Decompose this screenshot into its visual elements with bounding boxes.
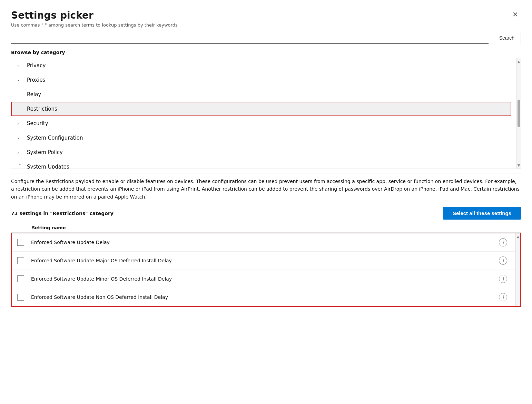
sidebar-item-relay[interactable]: Relay (11, 87, 511, 102)
setting-name-column-header: Setting name (32, 225, 66, 230)
sidebar-item-label: System Configuration (27, 135, 83, 141)
table-row: Enforced Software Update Major OS Deferr… (12, 252, 515, 270)
list-scroll-up-arrow[interactable]: ▲ (516, 234, 520, 239)
chevron-right-icon: › (17, 150, 23, 155)
category-description: Configure the Restrictions payload to en… (11, 178, 521, 201)
chevron-down-icon: › (18, 164, 23, 169)
info-icon-s1[interactable]: i (499, 238, 507, 246)
dialog-title: Settings picker (11, 10, 93, 21)
sidebar-item-label: Relay (27, 91, 41, 98)
sidebar-item-label: Restrictions (27, 106, 57, 112)
settings-count-label: 73 settings in "Restrictions" category (11, 211, 114, 216)
category-list: › Privacy › Proxies Relay Restrictions (11, 58, 516, 169)
info-icon-s4[interactable]: i (499, 293, 507, 301)
setting-name-s2: Enforced Software Update Major OS Deferr… (31, 258, 499, 263)
sidebar-item-label: System Policy (27, 149, 63, 155)
chevron-right-icon: › (17, 135, 23, 141)
chevron-right-icon: › (17, 63, 23, 68)
settings-header-row: 73 settings in "Restrictions" category S… (11, 207, 521, 220)
chevron-right-icon: › (17, 78, 23, 83)
setting-name-s4: Enforced Software Update Non OS Deferred… (31, 294, 499, 300)
sidebar-item-label: Security (27, 120, 48, 127)
category-scrollbar: ▲ ▼ (516, 58, 521, 169)
sidebar-item-security[interactable]: › Security (11, 116, 511, 131)
sidebar-item-system-updates[interactable]: › System Updates (11, 160, 511, 169)
select-all-button[interactable]: Select all these settings (443, 207, 521, 220)
search-row: Search (11, 32, 521, 44)
sidebar-item-system-policy[interactable]: › System Policy (11, 145, 511, 160)
scroll-up-arrow[interactable]: ▲ (517, 59, 521, 64)
setting-checkbox-s2[interactable] (17, 257, 24, 264)
setting-checkbox-s4[interactable] (17, 294, 24, 301)
sidebar-item-label: Privacy (27, 62, 46, 69)
settings-picker-dialog: Settings picker ✕ Use commas "," among s… (0, 0, 532, 404)
info-icon-s2[interactable]: i (499, 256, 507, 265)
table-row: Enforced Software Update Non OS Deferred… (12, 288, 515, 306)
setting-name-s3: Enforced Software Update Minor OS Deferr… (31, 276, 499, 282)
sidebar-item-label: System Updates (27, 164, 69, 169)
close-button[interactable]: ✕ (510, 10, 521, 19)
sidebar-item-label: Proxies (27, 77, 45, 83)
table-row: Enforced Software Update Delay i (12, 233, 515, 252)
category-list-inner: › Privacy › Proxies Relay Restrictions (11, 58, 511, 169)
scroll-thumb[interactable] (518, 100, 520, 127)
settings-rows: Enforced Software Update Delay i Enforce… (12, 233, 515, 306)
scroll-down-arrow[interactable]: ▼ (517, 163, 521, 168)
search-input[interactable] (11, 32, 489, 44)
dialog-subtitle: Use commas "," among search terms to loo… (11, 22, 521, 28)
setting-checkbox-s1[interactable] (17, 239, 24, 246)
info-icon-s3[interactable]: i (499, 275, 507, 283)
search-button[interactable]: Search (493, 32, 521, 44)
chevron-right-icon: › (17, 121, 23, 126)
settings-table-header: Setting name (11, 223, 521, 233)
settings-scrollbar: ▲ (515, 233, 520, 306)
table-row: Enforced Software Update Minor OS Deferr… (12, 270, 515, 288)
section-divider (11, 173, 521, 173)
sidebar-item-proxies[interactable]: › Proxies (11, 73, 511, 87)
category-list-container: › Privacy › Proxies Relay Restrictions (11, 58, 521, 169)
sidebar-item-restrictions[interactable]: Restrictions (11, 102, 511, 116)
sidebar-item-system-configuration[interactable]: › System Configuration (11, 131, 511, 145)
dialog-header: Settings picker ✕ (11, 10, 521, 21)
setting-checkbox-s3[interactable] (17, 275, 24, 282)
setting-name-s1: Enforced Software Update Delay (31, 240, 499, 245)
settings-list: Enforced Software Update Delay i Enforce… (11, 233, 521, 307)
sidebar-item-privacy[interactable]: › Privacy (11, 58, 511, 73)
browse-category-label: Browse by category (11, 50, 521, 55)
